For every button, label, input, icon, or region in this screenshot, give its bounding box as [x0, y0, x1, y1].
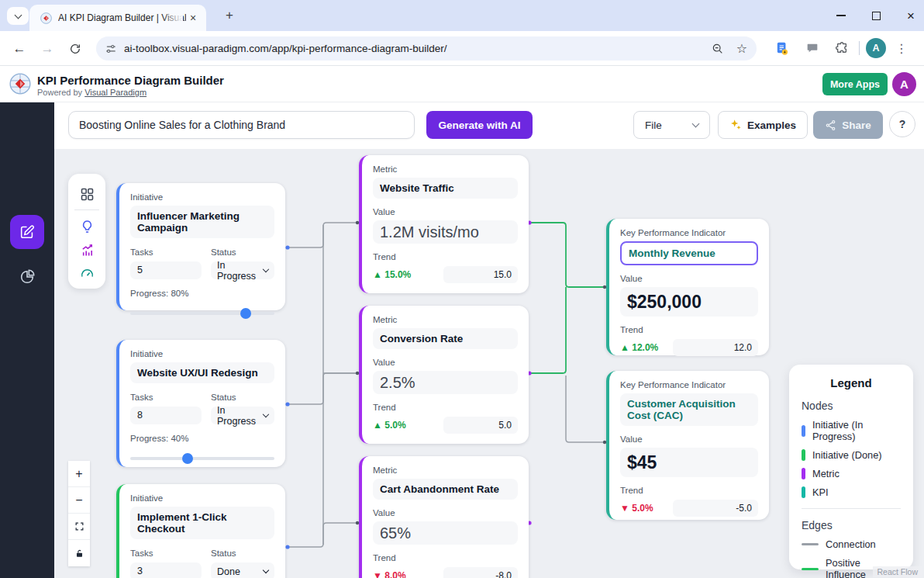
- lock-button[interactable]: [68, 540, 90, 566]
- status-label: Status: [211, 393, 274, 402]
- trend-pct-text: 5.0%: [384, 420, 405, 431]
- unlock-icon: [74, 549, 84, 559]
- trend-value-input[interactable]: -8.0: [443, 567, 518, 578]
- palette-metric-button[interactable]: [79, 238, 95, 261]
- palette-all-nodes-button[interactable]: [79, 182, 95, 206]
- connection-line-swatch: [802, 543, 819, 545]
- node-type-label: Initiative: [130, 493, 274, 503]
- status-value: Done: [217, 566, 240, 577]
- value-label: Value: [373, 358, 518, 367]
- trend-label: Trend: [373, 403, 518, 412]
- palette-initiative-button[interactable]: [79, 215, 95, 238]
- trend-label: Trend: [373, 252, 518, 261]
- status-label: Status: [211, 247, 274, 257]
- zoom-in-button[interactable]: +: [68, 461, 90, 487]
- initiative-name-input[interactable]: Implement 1-Click Checkout: [130, 507, 274, 539]
- trend-value-input[interactable]: 15.0: [443, 266, 518, 283]
- tasks-input[interactable]: 5: [130, 261, 202, 279]
- chevron-down-icon: [263, 567, 269, 573]
- canvas-controls: + −: [68, 461, 90, 566]
- trend-pct-text: 15.0%: [384, 269, 411, 280]
- tasks-label: Tasks: [130, 393, 202, 402]
- value-label: Value: [620, 434, 758, 444]
- trend-value-input[interactable]: 12.0: [673, 339, 758, 356]
- color-chip: [802, 449, 805, 461]
- initiative-node-one-click-checkout[interactable]: Initiative Implement 1-Click Checkout Ta…: [116, 484, 285, 578]
- metric-value: 1.2M visits/mo: [380, 223, 479, 241]
- zoom-out-button[interactable]: −: [68, 487, 90, 514]
- trend-down-icon: ▼: [620, 503, 629, 514]
- slider-track: [130, 457, 274, 460]
- metric-value-input[interactable]: 2.5%: [373, 371, 518, 394]
- trend-pct-text: 8.0%: [384, 570, 405, 578]
- initiative-node-ux-redesign[interactable]: Initiative Website UX/UI Redesign Tasks …: [116, 340, 285, 467]
- kpi-node-cac[interactable]: Key Performance Indicator Customer Acqui…: [606, 371, 769, 520]
- color-chip: [802, 425, 805, 437]
- palette-kpi-button[interactable]: [79, 261, 95, 285]
- metric-node-conversion-rate[interactable]: Metric Conversion Rate Value 2.5% Trend …: [359, 306, 529, 444]
- initiative-node-influencer-marketing[interactable]: Initiative Influencer Marketing Campaign…: [116, 183, 285, 310]
- legend-panel: Legend Nodes Initiative (In Progress) In…: [789, 365, 913, 569]
- progress-slider[interactable]: [130, 453, 274, 464]
- trend-label: Trend: [620, 325, 758, 334]
- legend-item-metric: Metric: [802, 468, 901, 479]
- kpi-value: $45: [627, 452, 657, 473]
- metric-node-website-traffic[interactable]: Metric Website Traffic Value 1.2M visits…: [359, 155, 529, 293]
- trend-pct-text: 5.0%: [632, 503, 653, 514]
- status-value: In Progress: [217, 260, 264, 282]
- value-label: Value: [373, 207, 518, 216]
- slider-thumb[interactable]: [182, 453, 193, 464]
- status-select[interactable]: Done: [211, 562, 274, 578]
- kpi-node-monthly-revenue[interactable]: Key Performance Indicator Monthly Revenu…: [606, 219, 769, 355]
- trend-percentage: ▲ 15.0%: [373, 269, 411, 280]
- node-palette: [68, 174, 105, 289]
- tasks-label: Tasks: [130, 247, 202, 257]
- trend-down-icon: ▼: [373, 570, 382, 578]
- tasks-input[interactable]: 8: [130, 407, 202, 424]
- trend-label: Trend: [373, 553, 518, 562]
- node-type-label: Key Performance Indicator: [620, 380, 758, 389]
- react-flow-attribution[interactable]: React Flow: [873, 566, 922, 577]
- status-select[interactable]: In Progress: [211, 407, 274, 424]
- kpi-name-input[interactable]: Monthly Revenue: [620, 241, 758, 265]
- metric-value-input[interactable]: 65%: [373, 521, 518, 545]
- metric-name-input[interactable]: Conversion Rate: [373, 328, 518, 349]
- grid-icon: [79, 186, 95, 202]
- positive-influence-line-swatch: [802, 568, 819, 570]
- metric-value-input[interactable]: 1.2M visits/mo: [373, 220, 518, 244]
- metric-value: 65%: [380, 524, 411, 542]
- legend-item-label: Initiative (Done): [812, 449, 882, 461]
- tasks-input[interactable]: 3: [130, 562, 202, 578]
- palette-divider: [74, 209, 99, 210]
- value-label: Value: [620, 274, 758, 283]
- initiative-name-input[interactable]: Influencer Marketing Campaign: [130, 206, 274, 238]
- metric-name-input[interactable]: Website Traffic: [373, 178, 518, 199]
- trend-label: Trend: [620, 486, 758, 495]
- trend-value-input[interactable]: 5.0: [443, 417, 518, 434]
- node-type-label: Metric: [373, 164, 518, 174]
- trend-up-icon: ▲: [373, 269, 382, 280]
- status-select[interactable]: In Progress: [211, 261, 274, 279]
- node-type-label: Key Performance Indicator: [620, 228, 758, 237]
- status-label: Status: [211, 549, 274, 558]
- slider-track: [130, 312, 274, 315]
- kpi-value-input[interactable]: $250,000: [620, 287, 758, 317]
- legend-item-initiative-done: Initiative (Done): [802, 449, 901, 461]
- value-label: Value: [373, 508, 518, 517]
- gauge-icon: [79, 265, 95, 282]
- node-type-label: Initiative: [130, 349, 274, 358]
- initiative-name-input[interactable]: Website UX/UI Redesign: [130, 362, 274, 383]
- metric-node-cart-abandonment[interactable]: Metric Cart Abandonment Rate Value 65% T…: [359, 456, 529, 578]
- trend-percentage: ▲ 12.0%: [620, 342, 658, 353]
- legend-nodes-label: Nodes: [802, 400, 901, 412]
- slider-thumb[interactable]: [240, 308, 251, 319]
- kpi-value-input[interactable]: $45: [620, 448, 758, 477]
- fit-view-button[interactable]: [68, 514, 90, 540]
- kpi-name-input[interactable]: Customer Acquisition Cost (CAC): [620, 393, 758, 426]
- trend-value-input[interactable]: -5.0: [673, 500, 758, 517]
- legend-item-kpi: KPI: [802, 486, 901, 498]
- legend-divider: [802, 508, 901, 509]
- progress-label: Progress: 80%: [130, 289, 274, 298]
- progress-slider[interactable]: [130, 308, 274, 319]
- metric-name-input[interactable]: Cart Abandonment Rate: [373, 479, 518, 500]
